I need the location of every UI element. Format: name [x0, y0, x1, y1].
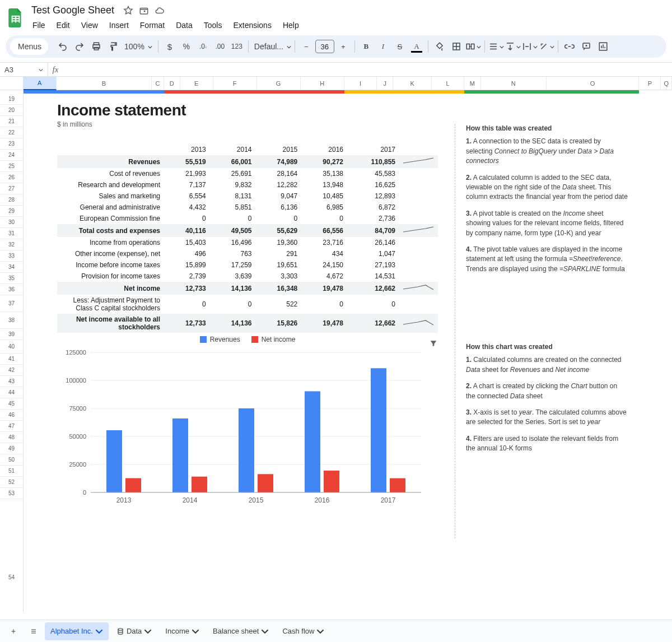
row-header-50[interactable]: 50	[0, 454, 23, 466]
menu-format[interactable]: Format	[136, 18, 169, 32]
row-header-29[interactable]: 29	[0, 206, 23, 217]
row-header-31[interactable]: 31	[0, 228, 23, 239]
currency-button[interactable]: $	[162, 39, 178, 54]
menu-extensions[interactable]: Extensions	[228, 18, 276, 32]
row-header-47[interactable]: 47	[0, 421, 23, 432]
row-header-37[interactable]: 37	[0, 295, 23, 312]
row-header-25[interactable]: 25	[0, 161, 23, 172]
income-chart[interactable]: RevenuesNet income 025000500007500010000…	[57, 336, 438, 520]
decrease-fontsize-button[interactable]: −	[298, 39, 314, 54]
valign-button[interactable]	[505, 39, 521, 54]
row-header-32[interactable]: 32	[0, 239, 23, 250]
filter-icon[interactable]	[429, 339, 438, 350]
wrap-button[interactable]	[522, 39, 538, 54]
col-header-M[interactable]: M	[464, 77, 480, 90]
increase-fontsize-button[interactable]: +	[335, 39, 351, 54]
strike-button[interactable]: S	[392, 39, 408, 54]
row-header-21[interactable]: 21	[0, 116, 23, 127]
col-header-O[interactable]: O	[547, 77, 640, 90]
row-header-33[interactable]: 33	[0, 250, 23, 262]
menu-edit[interactable]: Edit	[52, 18, 74, 32]
col-header-A[interactable]: A	[24, 77, 57, 90]
col-header-J[interactable]: J	[377, 77, 393, 90]
row-header-39[interactable]: 39	[0, 329, 23, 340]
row-header-26[interactable]: 26	[0, 172, 23, 183]
row-header-40[interactable]: 40	[0, 340, 23, 353]
paint-format-button[interactable]	[105, 39, 121, 54]
row-header-54[interactable]: 54	[0, 499, 23, 612]
formula-input[interactable]	[63, 63, 672, 76]
col-header-K[interactable]: K	[393, 77, 431, 90]
row-header-52[interactable]: 52	[0, 477, 23, 488]
menu-file[interactable]: File	[28, 18, 50, 32]
col-header-L[interactable]: L	[432, 77, 465, 90]
chart-button[interactable]	[595, 39, 611, 54]
col-header-I[interactable]: I	[344, 77, 377, 90]
row-header-34[interactable]: 34	[0, 262, 23, 273]
menu-help[interactable]: Help	[278, 18, 304, 32]
doc-title[interactable]: Test Google Sheet	[28, 3, 118, 17]
col-header-Q[interactable]: Q	[661, 77, 672, 90]
col-header-P[interactable]: P	[639, 77, 661, 90]
percent-button[interactable]: %	[179, 39, 194, 54]
row-header-41[interactable]: 41	[0, 353, 23, 365]
row-header-45[interactable]: 45	[0, 398, 23, 410]
menu-insert[interactable]: Insert	[105, 18, 133, 32]
cloud-status-icon[interactable]	[155, 6, 165, 16]
move-icon[interactable]	[139, 6, 149, 16]
star-icon[interactable]	[123, 6, 133, 16]
col-header-N[interactable]: N	[481, 77, 547, 90]
print-button[interactable]	[88, 39, 104, 54]
row-header-53[interactable]: 53	[0, 488, 23, 499]
col-header-F[interactable]: F	[213, 77, 257, 90]
row-header-22[interactable]: 22	[0, 127, 23, 138]
row-header-49[interactable]: 49	[0, 443, 23, 454]
link-button[interactable]	[562, 39, 577, 54]
menu-tools[interactable]: Tools	[199, 18, 227, 32]
row-header-20[interactable]: 20	[0, 105, 23, 116]
bold-button[interactable]: B	[358, 39, 374, 54]
sheets-logo[interactable]	[7, 7, 25, 29]
col-header-H[interactable]: H	[301, 77, 344, 90]
row-header-42[interactable]: 42	[0, 365, 23, 376]
rotate-button[interactable]	[539, 39, 554, 54]
fill-color-button[interactable]	[432, 39, 447, 54]
col-header-B[interactable]: B	[57, 77, 152, 90]
col-header-G[interactable]: G	[257, 77, 301, 90]
row-header-46[interactable]: 46	[0, 410, 23, 421]
col-header-D[interactable]: D	[164, 77, 180, 90]
name-box[interactable]: A3	[0, 63, 48, 76]
row-header-36[interactable]: 36	[0, 284, 23, 295]
merge-button[interactable]	[465, 39, 481, 54]
comment-button[interactable]	[578, 39, 594, 54]
italic-button[interactable]: I	[375, 39, 391, 54]
font-select[interactable]: Defaul...	[252, 42, 291, 51]
row-header-23[interactable]: 23	[0, 138, 23, 150]
row-header-44[interactable]: 44	[0, 387, 23, 398]
row-header-51[interactable]: 51	[0, 466, 23, 477]
row-header-27[interactable]: 27	[0, 183, 23, 194]
fontsize-input[interactable]: 36	[315, 40, 334, 53]
increase-decimal-button[interactable]: .00	[212, 39, 228, 54]
row-header-35[interactable]: 35	[0, 273, 23, 284]
text-color-button[interactable]: A	[409, 39, 424, 54]
halign-button[interactable]	[488, 39, 504, 54]
redo-button[interactable]	[72, 39, 87, 54]
menu-view[interactable]: View	[77, 18, 102, 32]
row-header-30[interactable]: 30	[0, 217, 23, 228]
col-header-C[interactable]: C	[152, 77, 164, 90]
row-header-24[interactable]: 24	[0, 150, 23, 161]
row-header-43[interactable]: 43	[0, 376, 23, 387]
menus-search[interactable]: Menus	[10, 38, 48, 55]
row-header-38[interactable]: 38	[0, 312, 23, 329]
row-header-48[interactable]: 48	[0, 432, 23, 443]
col-header-E[interactable]: E	[180, 77, 213, 90]
undo-button[interactable]	[55, 39, 71, 54]
borders-button[interactable]	[449, 39, 464, 54]
zoom-select[interactable]: 100%	[122, 42, 155, 51]
menu-data[interactable]: Data	[171, 18, 197, 32]
row-header-28[interactable]: 28	[0, 194, 23, 206]
select-all-corner[interactable]	[0, 77, 23, 90]
row-header-19[interactable]: 19	[0, 94, 23, 105]
more-formats-button[interactable]: 123	[229, 39, 245, 54]
